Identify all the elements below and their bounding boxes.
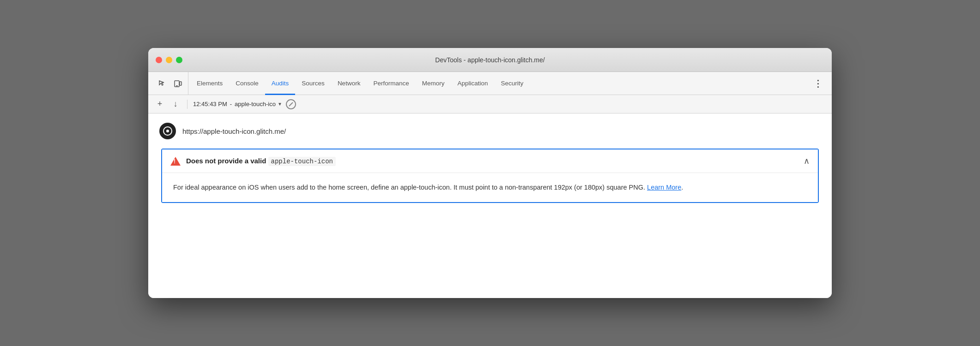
warning-header-left: Does not provide a valid apple-touch-ico… <box>170 157 336 166</box>
maximize-button[interactable] <box>176 57 182 63</box>
learn-more-link[interactable]: Learn More <box>647 184 681 191</box>
tab-bar: Elements Console Audits Sources Network … <box>148 72 832 95</box>
window-title: DevTools - apple-touch-icon.glitch.me/ <box>435 56 544 64</box>
no-icon[interactable] <box>286 99 296 109</box>
site-favicon <box>159 123 176 139</box>
svg-rect-1 <box>180 82 181 85</box>
window-controls <box>156 57 182 63</box>
tab-sources[interactable]: Sources <box>295 72 331 95</box>
warning-body: For ideal appearance on iOS when users a… <box>162 173 818 202</box>
warning-card: Does not provide a valid apple-touch-ico… <box>161 149 819 203</box>
main-content: https://apple-touch-icon.glitch.me/ Does… <box>148 113 832 298</box>
tab-elements[interactable]: Elements <box>190 72 229 95</box>
tabs-list: Elements Console Audits Sources Network … <box>190 72 809 95</box>
devtools-tools <box>152 72 188 95</box>
session-time: 12:45:43 PM <box>193 101 227 107</box>
tab-console[interactable]: Console <box>229 72 265 95</box>
close-button[interactable] <box>156 57 162 63</box>
tab-performance[interactable]: Performance <box>367 72 415 95</box>
session-name: apple-touch-ico <box>235 101 276 107</box>
session-info: 12:45:43 PM - apple-touch-ico ▼ <box>193 101 282 107</box>
inspector-icon[interactable] <box>156 77 169 90</box>
more-tabs-button[interactable]: ⋮ <box>809 72 828 95</box>
warning-code: apple-touch-icon <box>268 157 336 166</box>
device-toolbar-icon[interactable] <box>171 77 184 90</box>
audits-toolbar: + ↓ 12:45:43 PM - apple-touch-ico ▼ <box>148 95 832 113</box>
warning-header: Does not provide a valid apple-touch-ico… <box>162 149 818 173</box>
tab-memory[interactable]: Memory <box>416 72 451 95</box>
page-url: https://apple-touch-icon.glitch.me/ <box>182 127 286 135</box>
minimize-button[interactable] <box>166 57 172 63</box>
session-dropdown[interactable]: apple-touch-ico ▼ <box>235 101 282 107</box>
collapse-button[interactable]: ∧ <box>804 156 810 166</box>
svg-point-4 <box>166 130 169 132</box>
tab-security[interactable]: Security <box>495 72 530 95</box>
tab-application[interactable]: Application <box>451 72 494 95</box>
dropdown-arrow-icon: ▼ <box>278 101 282 107</box>
download-button[interactable]: ↓ <box>169 98 181 110</box>
tab-audits[interactable]: Audits <box>265 72 296 95</box>
session-separator: - <box>230 101 232 107</box>
warning-title: Does not provide a valid apple-touch-ico… <box>186 157 336 165</box>
devtools-window: DevTools - apple-touch-icon.glitch.me/ E… <box>148 48 832 298</box>
warning-triangle-icon <box>170 157 181 166</box>
title-bar: DevTools - apple-touch-icon.glitch.me/ <box>148 48 832 72</box>
url-bar: https://apple-touch-icon.glitch.me/ <box>159 123 821 139</box>
warning-description: For ideal appearance on iOS when users a… <box>173 182 807 193</box>
add-audit-button[interactable]: + <box>154 98 166 110</box>
toolbar-divider <box>187 100 188 109</box>
tab-network[interactable]: Network <box>331 72 367 95</box>
